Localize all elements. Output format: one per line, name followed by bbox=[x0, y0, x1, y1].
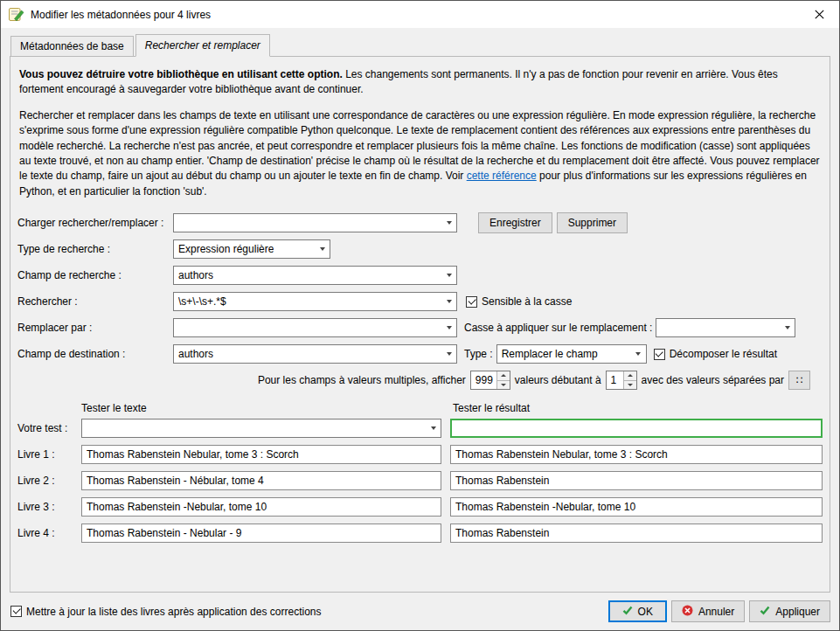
book-label: Livre 3 : bbox=[17, 501, 81, 513]
book-text-input[interactable]: Thomas Rabenstein Nebular, tome 3 : Scor… bbox=[81, 445, 441, 464]
checkbox-checked-icon[interactable] bbox=[466, 296, 477, 308]
chevron-down-icon[interactable] bbox=[441, 319, 456, 336]
warning-text: Vous pouvez détruire votre bibliothèque … bbox=[19, 67, 821, 98]
split-result-checkbox[interactable]: Décomposer le résultat bbox=[654, 348, 777, 360]
book-test-row: Livre 2 : Thomas Rabenstein - Nébular, t… bbox=[17, 471, 823, 490]
check-icon bbox=[622, 605, 633, 618]
destination-field-value: authors bbox=[178, 348, 213, 360]
search-for-combo[interactable]: \s+\-\s+.*$ bbox=[173, 292, 457, 311]
start-value-spinner[interactable]: 1 bbox=[606, 371, 637, 390]
chevron-down-icon[interactable] bbox=[631, 345, 646, 363]
search-mode-value: Expression régulière bbox=[178, 243, 274, 255]
values-count-spinner[interactable]: 999 bbox=[470, 371, 510, 390]
test-headers: Tester le texte Tester le résultat bbox=[17, 402, 823, 414]
dialog-footer: Mettre à jour la liste des livres après … bbox=[1, 593, 839, 630]
book-result-field: Thomas Rabenstein Nebular, tome 3 : Scor… bbox=[450, 445, 823, 464]
replace-func-label: Casse à appliquer sur le remplacement : bbox=[464, 322, 652, 334]
search-replace-panel: Vous pouvez détruire votre bibliothèque … bbox=[10, 56, 830, 593]
replace-mode-combo[interactable]: Remplacer le champ bbox=[496, 344, 647, 364]
edit-metadata-icon bbox=[9, 7, 24, 22]
tab-bar: Métadonnées de base Rechercher et rempla… bbox=[1, 28, 839, 57]
load-row: Charger rechercher/remplacer : Enregistr… bbox=[17, 213, 823, 232]
search-mode-label: Type de recherche : bbox=[17, 243, 173, 255]
update-booklist-checkbox[interactable]: Mettre à jour la liste des livres après … bbox=[10, 606, 322, 618]
your-test-input[interactable] bbox=[81, 419, 441, 438]
book-text-input[interactable]: Thomas Rabenstein - Nébular, tome 4 bbox=[81, 471, 441, 490]
case-sensitive-checkbox[interactable]: Sensible à la casse bbox=[466, 295, 572, 308]
book-text: Thomas Rabenstein Nebular, tome 3 : Scor… bbox=[87, 448, 299, 461]
your-test-result bbox=[450, 419, 823, 438]
search-for-value: \s+\-\s+.*$ bbox=[178, 295, 226, 308]
replace-func-combo[interactable] bbox=[656, 318, 795, 337]
split-result-label: Décomposer le résultat bbox=[670, 348, 777, 360]
multiple-starting-label: valeurs débutant à bbox=[515, 374, 601, 386]
window-title: Modifier les métadonnées pour 4 livres bbox=[31, 9, 211, 21]
chevron-down-icon[interactable] bbox=[441, 293, 456, 310]
search-for-label: Rechercher : bbox=[17, 295, 173, 308]
spinner-arrows[interactable] bbox=[623, 371, 636, 389]
delete-button[interactable]: Supprimer bbox=[557, 212, 628, 233]
book-text: Thomas Rabenstein -Nebular, tome 10 bbox=[87, 501, 267, 513]
save-button[interactable]: Enregistrer bbox=[478, 212, 552, 233]
start-value: 1 bbox=[607, 371, 623, 389]
book-text-input[interactable]: Thomas Rabenstein -Nebular, tome 10 bbox=[81, 497, 441, 517]
cancel-button[interactable]: Annuler bbox=[671, 600, 745, 622]
chevron-down-icon[interactable] bbox=[315, 240, 330, 258]
spinner-arrows[interactable] bbox=[496, 371, 510, 389]
spin-up-icon[interactable] bbox=[496, 371, 510, 380]
destination-field-row: Champ de destination : authors Type : Re… bbox=[17, 344, 823, 364]
warning-bold: Vous pouvez détruire votre bibliothèque … bbox=[19, 68, 343, 80]
book-result: Thomas Rabenstein -Nebular, tome 10 bbox=[455, 501, 635, 513]
destination-field-label: Champ de destination : bbox=[17, 348, 173, 360]
checkbox-checked-icon[interactable] bbox=[654, 349, 665, 360]
close-icon[interactable] bbox=[800, 1, 839, 28]
search-mode-row: Type de recherche : Expression régulière bbox=[17, 239, 823, 259]
chevron-down-icon[interactable] bbox=[441, 345, 456, 363]
reference-link[interactable]: cette référence bbox=[467, 170, 537, 182]
tab-basic-metadata[interactable]: Métadonnées de base bbox=[10, 36, 134, 57]
values-count-value: 999 bbox=[471, 371, 496, 389]
load-combo[interactable] bbox=[173, 213, 457, 232]
book-text-input[interactable]: Thomas Rabenstein - Nebular - 9 bbox=[81, 524, 441, 543]
book-result-field: Thomas Rabenstein bbox=[450, 471, 823, 490]
search-field-combo[interactable]: authors bbox=[173, 266, 457, 285]
apply-label: Appliquer bbox=[775, 606, 820, 618]
ok-button[interactable]: OK bbox=[608, 600, 667, 622]
spin-up-icon[interactable] bbox=[623, 371, 636, 380]
load-label: Charger rechercher/remplacer : bbox=[17, 217, 173, 229]
multiple-separator-label: avec des valeurs séparées par bbox=[642, 374, 784, 386]
book-result: Thomas Rabenstein bbox=[455, 475, 549, 487]
replace-with-combo[interactable] bbox=[173, 318, 457, 337]
chevron-down-icon[interactable] bbox=[441, 214, 456, 232]
ok-label: OK bbox=[638, 606, 653, 618]
book-test-row: Livre 3 : Thomas Rabenstein -Nebular, to… bbox=[17, 497, 823, 517]
spin-down-icon[interactable] bbox=[623, 380, 636, 390]
book-text: Thomas Rabenstein - Nebular - 9 bbox=[87, 527, 241, 539]
check-icon bbox=[760, 605, 770, 618]
book-result: Thomas Rabenstein bbox=[455, 527, 549, 539]
destination-field-combo[interactable]: authors bbox=[173, 344, 457, 364]
book-result: Thomas Rabenstein Nebular, tome 3 : Scor… bbox=[455, 448, 668, 461]
search-field-row: Champ de recherche : authors bbox=[17, 266, 823, 285]
titlebar[interactable]: Modifier les métadonnées pour 4 livres bbox=[1, 1, 839, 28]
chevron-down-icon[interactable] bbox=[426, 420, 441, 437]
book-result-field: Thomas Rabenstein -Nebular, tome 10 bbox=[450, 497, 823, 517]
search-for-row: Rechercher : \s+\-\s+.*$ Sensible à la c… bbox=[17, 292, 823, 311]
tab-search-replace[interactable]: Rechercher et remplacer bbox=[135, 34, 270, 57]
case-sensitive-label: Sensible à la casse bbox=[482, 295, 572, 308]
separator-dots-icon[interactable]: ∷ bbox=[788, 371, 810, 390]
chevron-down-icon[interactable] bbox=[441, 267, 456, 284]
book-test-row: Livre 1 : Thomas Rabenstein Nebular, tom… bbox=[17, 445, 823, 464]
book-label: Livre 4 : bbox=[17, 527, 81, 539]
replace-with-row: Remplacer par : Casse à appliquer sur le… bbox=[17, 318, 823, 337]
chevron-down-icon[interactable] bbox=[780, 319, 795, 336]
replace-mode-label: Type : bbox=[464, 348, 493, 360]
apply-button[interactable]: Appliquer bbox=[749, 600, 830, 622]
search-field-value: authors bbox=[178, 269, 213, 281]
search-field-label: Champ de recherche : bbox=[17, 269, 173, 281]
update-booklist-label: Mettre à jour la liste des livres après … bbox=[26, 606, 322, 618]
checkbox-checked-icon[interactable] bbox=[10, 606, 22, 617]
search-mode-combo[interactable]: Expression régulière bbox=[173, 239, 330, 259]
spin-down-icon[interactable] bbox=[496, 380, 510, 390]
your-test-row: Votre test : bbox=[17, 419, 823, 438]
